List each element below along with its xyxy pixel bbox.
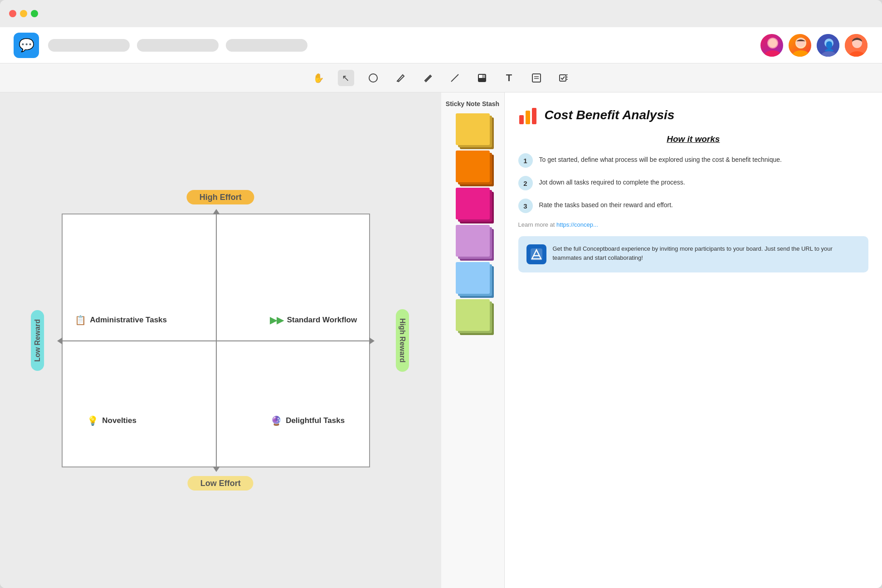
svg-point-2 [768,39,777,48]
line-tool[interactable] [447,70,463,86]
maximize-button[interactable] [31,10,38,17]
svg-rect-18 [532,74,541,82]
app-window: 💬 [0,0,882,588]
svg-line-14 [451,74,458,82]
marker-tool[interactable] [419,70,436,86]
titlebar [0,0,882,27]
matrix: 📋 Administrative Tasks ▶▶ Standard Workf… [62,214,370,467]
info-panel: Cost Benefit Analysis How it works 1 To … [505,92,882,588]
vertical-axis [216,214,217,467]
svg-rect-22 [519,115,524,124]
logo[interactable]: 💬 [14,33,39,58]
svg-rect-23 [526,111,530,124]
header-avatars: 👤 [760,33,868,58]
step-1: 1 To get started, define what process wi… [518,153,869,168]
nav-pill-3[interactable] [226,39,307,52]
low-effort-label: Low Effort [188,479,253,488]
hand-tool[interactable]: ✋ [311,70,327,86]
standard-workflow-label: ▶▶ Standard Workflow [270,315,357,326]
svg-rect-17 [482,75,485,78]
stash-panel: Sticky Note Stash [441,92,505,588]
step-3-number: 3 [518,199,533,213]
sticky-note-orange[interactable] [456,151,490,182]
promo-text: Get the full Conceptboard experience by … [553,244,861,262]
down-arrow [213,467,220,472]
avatar-1[interactable] [760,33,784,58]
administrative-tasks-label: 📋 Administrative Tasks [75,315,167,326]
avatar-3[interactable]: 👤 [816,33,840,58]
avatar-2[interactable] [788,33,812,58]
step-1-text: To get started, define what process will… [539,153,782,165]
delightful-tasks-label: 🔮 Delightful Tasks [271,415,345,426]
step-3-text: Rate the tasks based on their reward and… [539,199,673,210]
svg-rect-16 [479,75,482,78]
svg-point-13 [369,74,377,82]
toolbar: ✋ ↖ T [0,63,882,92]
step-2-number: 2 [518,176,533,190]
info-header: Cost Benefit Analysis [518,105,869,125]
up-arrow [213,209,220,214]
logo-icon: 💬 [19,38,34,53]
pen-tool[interactable] [392,70,409,86]
svg-rect-24 [532,108,536,124]
canvas-area: High Effort Low Reward High Reward [0,92,882,588]
close-button[interactable] [9,10,16,17]
stash-title: Sticky Note Stash [446,100,499,108]
right-section: Sticky Note Stash Cost Bene [441,92,882,588]
select-tool[interactable]: ↖ [338,70,354,86]
diagram-canvas[interactable]: High Effort Low Reward High Reward [0,92,441,588]
traffic-lights [9,10,38,17]
sticky-note-yellow[interactable] [456,113,490,145]
text-tool[interactable]: T [501,70,517,86]
svg-text:👤: 👤 [824,41,835,52]
sticky-note-pink[interactable] [456,188,490,219]
svg-point-1 [764,50,782,58]
step-2-text: Jot down all tasks required to complete … [539,176,685,187]
nav-pill-2[interactable] [137,39,219,52]
sticky-note-tool[interactable] [528,70,545,86]
right-arrow [369,337,375,345]
diagram-container: High Effort Low Reward High Reward [25,186,415,495]
app-header: 💬 [0,27,882,63]
sticky-note-green[interactable] [456,299,490,331]
avatar-4[interactable] [844,33,868,58]
minimize-button[interactable] [20,10,27,17]
nav-pill-1[interactable] [48,39,130,52]
step-2: 2 Jot down all tasks required to complet… [518,176,869,190]
svg-rect-21 [560,75,566,81]
check-tool[interactable] [556,70,572,86]
learn-more: Learn more at https://concep... [518,221,869,228]
nav-pills [48,39,760,52]
how-it-works-heading: How it works [518,134,869,144]
high-effort-label: High Effort [187,193,254,202]
promo-box: Get the full Conceptboard experience by … [518,236,869,272]
svg-point-4 [792,50,810,58]
shape-tool[interactable] [365,70,381,86]
promo-logo [526,244,546,264]
sticky-note-lavender[interactable] [456,225,490,257]
color-tool[interactable] [474,70,490,86]
learn-more-link[interactable]: https://concep... [556,221,598,228]
step-1-number: 1 [518,153,533,168]
info-title: Cost Benefit Analysis [545,108,675,122]
novelties-label: 💡 Novelties [87,415,136,426]
step-3: 3 Rate the tasks based on their reward a… [518,199,869,213]
low-reward-label: Low Reward [34,310,42,370]
high-reward-label: High Reward [398,309,406,372]
left-arrow [57,337,63,345]
chart-icon [518,105,538,125]
sticky-note-blue[interactable] [456,262,490,294]
